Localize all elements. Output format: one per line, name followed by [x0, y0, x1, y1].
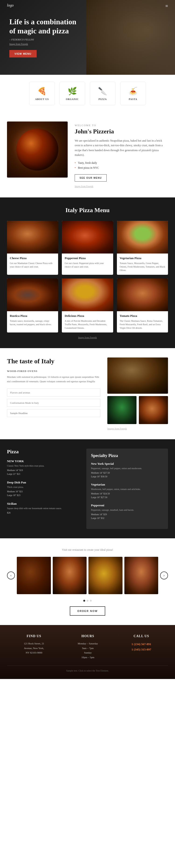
gallery-next-arrow[interactable]: ›: [160, 571, 168, 580]
specialty-item-ny-special: New York Special Pepperoni, sausage, bel…: [91, 462, 163, 478]
order-now-button[interactable]: ORDER NOW: [70, 606, 105, 616]
view-menu-button[interactable]: VIEW MENU: [9, 50, 37, 58]
bullet-2: Best pizza in NYC: [75, 166, 168, 169]
find-us-title: FIND US: [24, 634, 44, 638]
taste-wood-fired-text: Mordam velit euismod in pellentesque. Ut…: [7, 375, 100, 384]
menu-grid: Cheese Pizza Get our Manhattan Classic C…: [7, 221, 168, 333]
hero-image-credit[interactable]: Image from Freepik: [9, 43, 79, 45]
gallery-image-1: [17, 557, 51, 594]
gallery-prev-arrow[interactable]: ‹: [7, 571, 15, 580]
welcome-title: John's Pizzeria: [75, 128, 168, 135]
vegetarian-pizza-image: [117, 221, 168, 253]
dot-1[interactable]: [83, 600, 85, 602]
vegetarian-pizza-desc: Tomato Sauce, Mozzarella, Green Pepper, …: [120, 261, 165, 272]
taste-small-image-1: [107, 396, 137, 424]
specialty-pepperoni-desc: Pepperoni, sausage, meatball, ham and ba…: [91, 508, 163, 512]
see-menu-button[interactable]: SEE OUR MENU: [75, 174, 107, 182]
specialty-pepperoni-name: Pepperoni: [91, 503, 163, 507]
rustica-pizza-name: Rustica Pizza: [10, 314, 55, 318]
footer-divider: [7, 665, 168, 666]
logo: logo: [7, 3, 13, 7]
find-us-address: 121 Rock Street, 21 Avenue, New York, NY…: [24, 641, 44, 655]
pizza-deep-dish-name: Deep Dish Pan: [7, 480, 79, 484]
pizza-deep-dish-price: Medium 16" $21 Large 18" $23: [7, 490, 79, 497]
menu-card-rustica[interactable]: Rustica Pizza Tomato sauce, mozzarella, …: [7, 279, 58, 333]
delicious-pizza-desc: A mix of Porcini Mushrooms and Decadent …: [65, 319, 110, 330]
menu-card-delicious[interactable]: Delicious Pizza A mix of Porcini Mushroo…: [62, 279, 113, 333]
menu-title: Italy Pizza Menu: [7, 207, 168, 214]
pizza-new-york-price: Medium 14" $19 Large 21" $21: [7, 468, 79, 476]
sample-headline-select[interactable]: Sample Headline: [7, 409, 100, 417]
cheese-pizza-image: [7, 221, 58, 253]
pizza-menu-dark-section: Pizza NEW YORK Classic New York style th…: [0, 439, 175, 538]
pizza-item-sicilian: Sicilian Square deep dish with our house…: [7, 502, 79, 515]
pizza-label: PIZZA: [99, 98, 107, 100]
taste-section: The taste of Italy Wood-fired ovens Mord…: [0, 348, 175, 439]
gallery-image-2: [53, 557, 87, 594]
about-us-card[interactable]: 🍕 ABOUT US: [29, 82, 55, 105]
delicious-pizza-name: Delicious Pizza: [65, 314, 110, 318]
about-us-icon: 🍕: [37, 87, 47, 96]
welcome-image-credit[interactable]: Image from Freepik: [75, 185, 93, 188]
icons-row: 🍕 ABOUT US 🌿 ORGANIC 🔪 PIZZA 🍝 PASTA: [0, 75, 175, 112]
pasta-card[interactable]: 🍝 PASTA: [120, 82, 146, 105]
flavors-input[interactable]: [7, 389, 100, 397]
pizza-item-new-york: NEW YORK Classic New York style thin-cru…: [7, 459, 79, 476]
pizza-new-york-name: NEW YORK: [7, 459, 79, 463]
taste-small-image-2: [139, 396, 168, 424]
dot-3[interactable]: [90, 600, 92, 602]
gallery-image-3: [89, 557, 123, 594]
pizza-card[interactable]: 🔪 PIZZA: [90, 82, 115, 105]
specialty-vegetarian-price: Medium 14" $24.50 Large 16" $27.50: [91, 492, 163, 499]
pizza-sicilian-price: $26: [7, 511, 79, 515]
welcome-section: WELCOME TO John's Pizzeria We are specia…: [0, 112, 175, 197]
pepperoni-pizza-desc: Get our classic Pepperoni pizza with you…: [65, 261, 110, 269]
about-us-label: ABOUT US: [35, 98, 49, 100]
welcome-subtitle: WELCOME TO: [75, 124, 168, 127]
footer-columns: FIND US 121 Rock Street, 21 Avenue, New …: [7, 634, 168, 660]
footer-call-us: CALL US 1 (234) 567-891 1 (345) 315-897: [132, 634, 151, 660]
specialty-vegetarian-name: Vegetarian: [91, 483, 163, 487]
organic-card[interactable]: 🌿 ORGANIC: [60, 82, 85, 105]
taste-images-credit[interactable]: Images from Freepik: [107, 427, 168, 430]
pizza-icon: 🔪: [98, 87, 107, 96]
tomato-pizza-name: Tomato Pizza: [120, 314, 165, 318]
menu-image-credit[interactable]: Image from Freepik: [7, 336, 168, 339]
specialty-pepperoni-price: Medium 14" $29 Large 16" $32: [91, 513, 163, 520]
taste-title: The taste of Italy: [7, 358, 100, 365]
pepperoni-pizza-image: [62, 221, 113, 253]
hours-text: Monday – Saturday 9am – 7pm Sunday 10pm …: [78, 641, 98, 660]
tomato-pizza-desc: The Classic Marinara Sauce, Roma Tomatoe…: [120, 319, 165, 330]
dot-2[interactable]: [86, 600, 89, 602]
organic-icon: 🌿: [68, 87, 77, 96]
menu-card-pepperoni[interactable]: Pepperoni Pizza Get our classic Pepperon…: [62, 221, 113, 275]
footer-bottom-credit: Sample text. Click to select the Text El…: [7, 670, 168, 672]
welcome-pizza-image: [7, 122, 68, 178]
pizza-sicilian-name: Sicilian: [7, 502, 79, 506]
organic-label: ORGANIC: [66, 98, 79, 100]
taste-wood-fired-label: Wood-fired ovens: [7, 370, 100, 372]
menu-card-cheese[interactable]: Cheese Pizza Get our Manhattan Classic C…: [7, 221, 58, 275]
conformation-input[interactable]: [7, 399, 100, 407]
cheese-pizza-desc: Get our Manhattan Classic Cheese Pizza w…: [10, 261, 55, 269]
phone-2[interactable]: 1 (345) 315-897: [132, 647, 151, 652]
gallery-image-4: [125, 557, 159, 594]
specialty-item-pepperoni: Pepperoni Pepperoni, sausage, meatball, …: [91, 503, 163, 520]
hamburger-icon[interactable]: ≡: [166, 3, 168, 9]
pizza-item-deep-dish: Deep Dish Pan Thick crust pizza. Medium …: [7, 480, 79, 497]
tomato-pizza-image: [117, 279, 168, 311]
specialty-vegetarian-desc: Mushroom, bell pepper, onion, tomato and…: [91, 487, 163, 491]
menu-card-vegetarian[interactable]: Vegetarian Pizza Tomato Sauce, Mozzarell…: [117, 221, 168, 275]
specialty-ny-special-desc: Pepperoni, sausage, bell pepper, onion a…: [91, 467, 163, 470]
cheese-pizza-name: Cheese Pizza: [10, 256, 55, 260]
specialty-ny-special-name: New York Special: [91, 462, 163, 466]
menu-card-tomato[interactable]: Tomato Pizza The Classic Marinara Sauce,…: [117, 279, 168, 333]
rustica-pizza-desc: Tomato sauce, mozzarella, sausage, crisp…: [10, 319, 55, 326]
specialty-ny-special-price: Medium 14" $27.50 Large 16" $30.50: [91, 471, 163, 478]
footer: FIND US 121 Rock Street, 21 Avenue, New …: [0, 625, 175, 679]
pasta-icon: 🍝: [128, 87, 138, 96]
pasta-label: PASTA: [129, 98, 137, 100]
gallery-images: [17, 557, 158, 594]
hero-title: Life is a combination of magic and pizza: [9, 17, 79, 35]
phone-1[interactable]: 1 (234) 567-891: [132, 641, 151, 647]
